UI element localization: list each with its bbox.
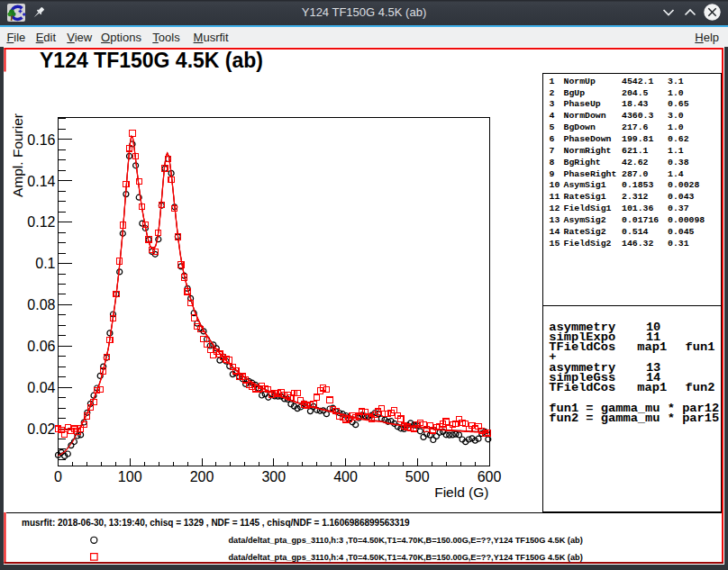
svg-text:10AsymSig10.18530.0028: 10AsymSig10.18530.0028 [550,180,700,190]
svg-text:0.12: 0.12 [27,214,55,230]
svg-text:600: 600 [478,469,502,484]
svg-text:0.16: 0.16 [27,132,55,148]
svg-text:data/deltat_pta_gps_3110,h:3 ,: data/deltat_pta_gps_3110,h:3 ,T0=4.50K,T… [229,536,583,545]
svg-text:0.04: 0.04 [27,380,55,395]
svg-text:200: 200 [190,469,214,484]
svg-text:Ampl. Fourier: Ampl. Fourier [10,113,25,197]
svg-text:300: 300 [261,469,286,484]
svg-text:fun2 = gamma_mu * par15: fun2 = gamma_mu * par15 [549,412,719,425]
svg-text:Field (G): Field (G) [434,484,488,500]
svg-text:data/deltat_pta_gps_3110,h:4 ,: data/deltat_pta_gps_3110,h:4 ,T0=4.50K,T… [229,553,583,562]
svg-text:0.06: 0.06 [27,339,55,354]
svg-text:500: 500 [405,469,430,484]
svg-text:0: 0 [54,469,62,484]
svg-text:0.02: 0.02 [27,421,55,437]
svg-text:14RateSig20.5140.045: 14RateSig20.5140.045 [550,227,695,237]
svg-text:0.1: 0.1 [35,256,55,271]
svg-text:11RateSig12.3120.043: 11RateSig12.3120.043 [550,192,695,202]
svg-text:Y124 TF150G 4.5K (ab): Y124 TF150G 4.5K (ab) [40,49,263,72]
svg-text:0.14: 0.14 [27,174,55,189]
svg-text:100: 100 [118,469,142,484]
svg-text:400: 400 [333,469,358,484]
svg-text:13AsymSig20.017160.00098: 13AsymSig20.017160.00098 [550,215,705,225]
svg-text:musrfit: 2018-06-30, 13:19:40,: musrfit: 2018-06-30, 13:19:40, chisq = 1… [22,518,410,528]
svg-text:0.08: 0.08 [27,297,55,312]
